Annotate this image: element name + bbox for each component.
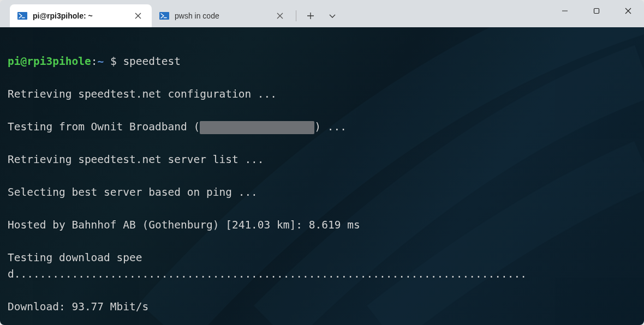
redacted-ip [200, 121, 314, 134]
terminal-output: pi@rpi3pihole:~ $ speedtest Retrieving s… [0, 27, 644, 325]
powershell-icon [159, 11, 169, 21]
output-line: Testing download speed..................… [8, 250, 636, 282]
svg-rect-0 [17, 12, 27, 20]
divider [296, 10, 296, 21]
minimize-button[interactable] [549, 0, 581, 22]
prompt-sigil: $ [110, 55, 117, 68]
close-icon[interactable] [274, 10, 286, 22]
tab-title: pi@rpi3pihole: ~ [33, 11, 127, 20]
svg-rect-5 [594, 9, 599, 14]
prompt-path: ~ [97, 55, 104, 68]
svg-rect-2 [159, 12, 169, 20]
output-line: Hosted by Bahnhof AB (Gothenburg) [241.0… [8, 217, 636, 233]
terminal-area[interactable]: pi@rpi3pihole:~ $ speedtest Retrieving s… [0, 27, 644, 325]
close-button[interactable] [612, 0, 644, 22]
chevron-down-icon[interactable] [323, 6, 342, 26]
tab-actions [299, 4, 342, 27]
titlebar: pi@rpi3pihole: ~ pwsh in code [0, 0, 644, 27]
close-icon[interactable] [132, 10, 144, 22]
powershell-icon [17, 11, 27, 21]
tab-inactive[interactable]: pwsh in code [152, 4, 294, 27]
output-line: Retrieving speedtest.net configuration .… [8, 86, 636, 103]
command-text: speedtest [123, 55, 181, 68]
output-line: Testing from Ownit Broadband () ... [8, 119, 636, 135]
output-line: Selecting best server based on ping ... [8, 184, 636, 201]
new-tab-button[interactable] [301, 6, 320, 26]
window-controls [549, 0, 644, 27]
terminal-window: pi@rpi3pihole: ~ pwsh in code [0, 0, 644, 325]
maximize-button[interactable] [581, 0, 612, 22]
output-line: Retrieving speedtest.net server list ... [8, 152, 636, 168]
output-line: Download: 93.77 Mbit/s [8, 299, 636, 315]
prompt-userhost: pi@rpi3pihole [8, 55, 91, 68]
tab-active[interactable]: pi@rpi3pihole: ~ [10, 4, 152, 27]
tab-title: pwsh in code [175, 11, 269, 20]
